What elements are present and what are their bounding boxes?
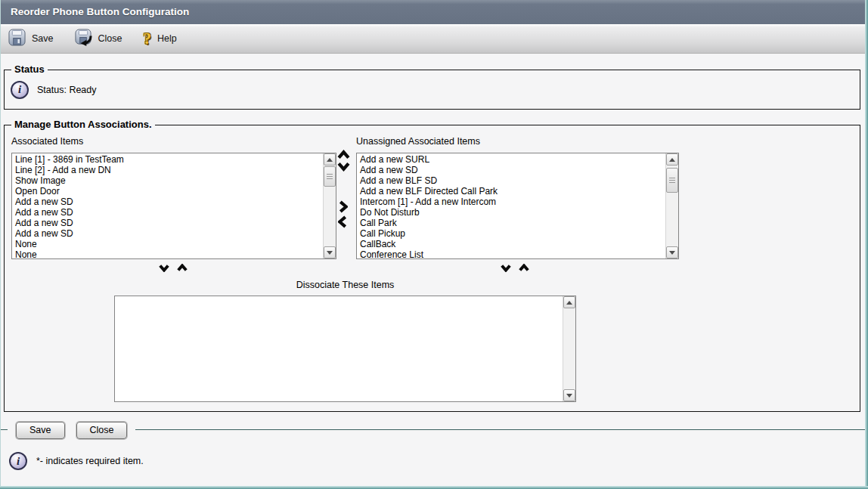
unassigned-items-listbox[interactable]: Add a new SURLAdd a new SDAdd a new BLF … — [356, 153, 679, 259]
associated-list-item[interactable]: Open Door — [13, 186, 322, 197]
chevron-up-icon — [519, 264, 529, 272]
associated-list-item[interactable]: Add a new SD — [13, 197, 322, 207]
info-icon: i — [11, 81, 29, 99]
scroll-up-button[interactable] — [666, 153, 678, 166]
scroll-up-button[interactable] — [324, 153, 336, 166]
question-mark-icon: ? — [143, 29, 151, 48]
associated-list-item[interactable]: None — [13, 249, 322, 258]
dissociate-scrollbar[interactable] — [563, 296, 575, 401]
window-right-border — [865, 0, 868, 489]
toolbar-save-button[interactable]: Save — [8, 29, 54, 48]
associated-reorder-up-button[interactable] — [177, 264, 188, 272]
window-bottom-border — [0, 486, 868, 489]
associated-list-item[interactable]: Add a new SD — [13, 207, 322, 218]
chevron-left-icon — [338, 215, 348, 228]
scroll-up-button[interactable] — [563, 296, 575, 308]
associated-items-listbox[interactable]: Line [1] - 3869 in TestTeamLine [2] - Ad… — [11, 153, 336, 259]
required-item-text: *- indicates required item. — [36, 456, 144, 466]
dissociate-items-listbox[interactable] — [114, 296, 576, 402]
associated-list-item[interactable]: Line [1] - 3869 in TestTeam — [13, 154, 322, 165]
triangle-up-icon — [327, 158, 333, 162]
toolbar: Save Close ? Help — [0, 24, 868, 54]
toolbar-save-label: Save — [32, 33, 54, 44]
move-left-button[interactable] — [338, 215, 348, 228]
floppy-close-icon — [75, 29, 92, 48]
unassigned-list-item[interactable]: Do Not Disturb — [358, 207, 665, 218]
thumb-grip-icon — [327, 174, 333, 180]
scroll-down-button[interactable] — [666, 246, 678, 258]
window-left-border — [0, 0, 1, 489]
status-panel: Status i Status: Ready — [4, 70, 860, 110]
toolbar-help-label: Help — [157, 33, 177, 44]
move-up-button[interactable] — [337, 150, 350, 160]
triangle-up-icon — [669, 158, 675, 162]
unassigned-reorder-down-button[interactable] — [501, 264, 511, 272]
thumb-grip-icon — [669, 178, 675, 184]
toolbar-help-button[interactable]: ? Help — [143, 29, 176, 48]
unassigned-list-item[interactable]: Conference List — [358, 249, 665, 258]
save-button[interactable]: Save — [16, 422, 65, 439]
unassigned-list-item[interactable]: Add a new BLF SD — [358, 175, 665, 186]
status-panel-legend: Status — [11, 63, 48, 75]
triangle-down-icon — [669, 251, 675, 255]
chevron-down-icon — [337, 161, 350, 172]
chevron-down-icon — [159, 264, 169, 272]
scroll-down-button[interactable] — [563, 389, 575, 401]
window-title: Reorder Phone Button Configuration — [0, 0, 868, 24]
triangle-down-icon — [566, 394, 572, 398]
scroll-thumb[interactable] — [666, 168, 678, 193]
toolbar-close-button[interactable]: Close — [75, 29, 122, 48]
status-text: Status: Ready — [37, 85, 97, 95]
floppy-save-icon — [8, 29, 26, 48]
associated-list-item[interactable]: Add a new SD — [13, 218, 322, 228]
toolbar-close-label: Close — [98, 33, 122, 44]
close-button[interactable]: Close — [76, 422, 128, 439]
triangle-up-icon — [566, 301, 572, 305]
chevron-up-icon — [337, 150, 350, 160]
unassigned-scrollbar[interactable] — [665, 153, 678, 258]
move-right-button[interactable] — [338, 200, 348, 213]
scroll-thumb[interactable] — [324, 166, 336, 187]
chevron-down-icon — [501, 264, 511, 272]
unassigned-list-item[interactable]: Add a new BLF Directed Call Park — [358, 186, 665, 197]
unassigned-list-item[interactable]: CallBack — [358, 239, 665, 249]
chevron-up-icon — [177, 264, 188, 272]
associated-list-item[interactable]: None — [13, 239, 322, 249]
associated-list-item[interactable]: Add a new SD — [13, 228, 322, 239]
unassigned-list-item[interactable]: Add a new SURL — [358, 154, 665, 165]
required-item-note: i *- indicates required item. — [9, 452, 144, 470]
unassigned-list-item[interactable]: Call Park — [358, 218, 665, 228]
dissociate-items-label: Dissociate These Items — [114, 280, 576, 290]
unassigned-items-label: Unassigned Associated Items — [356, 136, 480, 147]
associated-list-item[interactable]: Line [2] - Add a new DN — [13, 165, 322, 175]
manage-panel-legend: Manage Button Associations. — [11, 119, 155, 130]
unassigned-list-item[interactable]: Call Pickup — [358, 228, 665, 239]
associated-scrollbar[interactable] — [323, 153, 336, 258]
associated-reorder-down-button[interactable] — [159, 264, 169, 272]
move-down-button[interactable] — [337, 161, 350, 172]
footer-button-group: Save Close — [8, 420, 135, 440]
info-icon: i — [9, 452, 27, 470]
scroll-down-button[interactable] — [324, 246, 336, 258]
associated-list-item[interactable]: Show Image — [13, 175, 322, 186]
manage-associations-panel: Manage Button Associations. Associated I… — [4, 125, 860, 412]
unassigned-reorder-up-button[interactable] — [519, 264, 529, 272]
triangle-down-icon — [327, 251, 333, 255]
unassigned-list-item[interactable]: Intercom [1] - Add a new Intercom — [358, 197, 665, 207]
associated-items-label: Associated Items — [11, 136, 83, 147]
unassigned-list-item[interactable]: Add a new SD — [358, 165, 665, 175]
chevron-right-icon — [338, 200, 348, 213]
